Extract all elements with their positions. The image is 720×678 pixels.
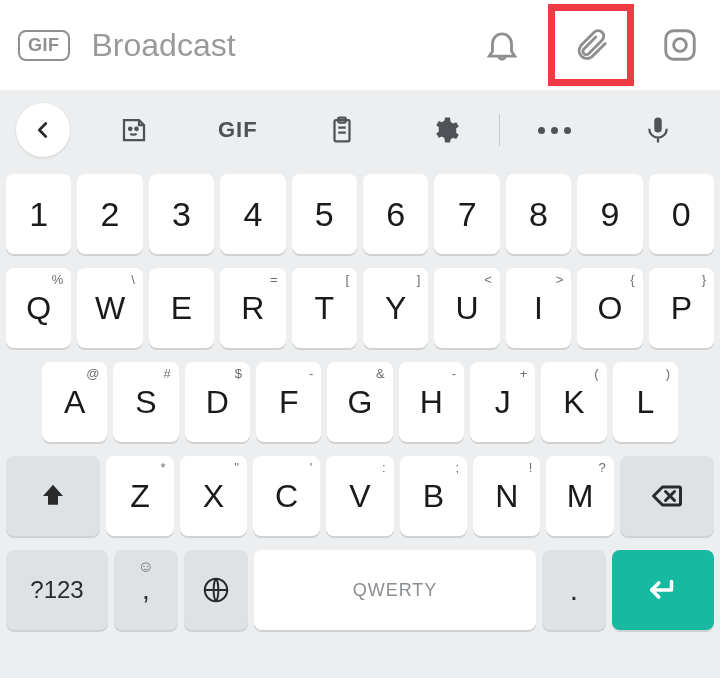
key-label: T [315,290,335,327]
key-u[interactable]: U< [434,268,499,348]
key-e[interactable]: E [149,268,214,348]
qwerty-row-3: Z*X"C'V:B;N!M? [6,456,714,536]
gear-icon[interactable] [393,102,497,158]
key-hint: = [270,272,278,287]
key-label: O [597,290,622,327]
key-v[interactable]: V: [326,456,393,536]
key-z[interactable]: Z* [106,456,173,536]
key-label: 5 [315,195,334,234]
key-label: D [206,384,229,421]
key-r[interactable]: R= [220,268,285,348]
key-label: N [495,478,518,515]
key-d[interactable]: D$ [185,362,250,442]
key-3[interactable]: 3 [149,174,214,254]
key-n[interactable]: N! [473,456,540,536]
key-hint: * [161,460,166,475]
svg-point-1 [674,39,687,52]
key-hint: > [556,272,564,287]
key-label: I [534,290,543,327]
key-label: G [348,384,373,421]
clipboard-icon[interactable] [290,102,394,158]
key-y[interactable]: Y] [363,268,428,348]
key-x[interactable]: X" [180,456,247,536]
space-key[interactable]: QWERTY [254,550,536,630]
key-t[interactable]: T[ [292,268,357,348]
key-5[interactable]: 5 [292,174,357,254]
key-j[interactable]: J+ [470,362,535,442]
svg-point-2 [129,128,132,131]
virtual-keyboard: GIF 1234567890 Q%W\ER=T[Y]U<I>O{P} A@S#D… [0,90,720,678]
key-label: 4 [243,195,262,234]
key-4[interactable]: 4 [220,174,285,254]
camera-icon[interactable] [658,23,702,67]
svg-rect-0 [666,31,695,60]
comma-key[interactable]: ☺ , [114,550,178,630]
svg-point-3 [135,128,138,131]
bell-icon[interactable] [480,23,524,67]
key-hint: ] [417,272,421,287]
keyboard-back-button[interactable] [16,103,70,157]
symbols-key[interactable]: ?123 [6,550,108,630]
key-a[interactable]: A@ [42,362,107,442]
key-hint: } [702,272,706,287]
key-m[interactable]: M? [546,456,613,536]
key-w[interactable]: W\ [77,268,142,348]
key-c[interactable]: C' [253,456,320,536]
gif-icon[interactable]: GIF [18,30,70,61]
key-i[interactable]: I> [506,268,571,348]
key-label: 7 [458,195,477,234]
emoji-icon: ☺ [138,558,154,576]
key-hint: ( [594,366,598,381]
key-hint: { [630,272,634,287]
enter-key[interactable] [612,550,714,630]
key-label: U [456,290,479,327]
key-p[interactable]: P} [649,268,714,348]
key-9[interactable]: 9 [577,174,642,254]
key-label: H [420,384,443,421]
key-g[interactable]: G& [327,362,392,442]
key-hint: - [452,366,456,381]
key-q[interactable]: Q% [6,268,71,348]
key-h[interactable]: H- [399,362,464,442]
paperclip-icon[interactable] [555,11,627,79]
key-label: V [349,478,370,515]
gif-button[interactable]: GIF [186,102,290,158]
key-hint: - [309,366,313,381]
key-hint: < [484,272,492,287]
microphone-icon[interactable] [606,102,710,158]
key-label: B [423,478,444,515]
period-key[interactable]: . [542,550,606,630]
key-6[interactable]: 6 [363,174,428,254]
key-b[interactable]: B; [400,456,467,536]
backspace-key[interactable] [620,456,714,536]
key-label: 2 [101,195,120,234]
key-8[interactable]: 8 [506,174,571,254]
key-label: X [203,478,224,515]
key-f[interactable]: F- [256,362,321,442]
key-1[interactable]: 1 [6,174,71,254]
key-0[interactable]: 0 [649,174,714,254]
language-key[interactable] [184,550,248,630]
key-o[interactable]: O{ [577,268,642,348]
message-input[interactable]: Broadcast [88,27,463,64]
key-label: E [171,290,192,327]
key-s[interactable]: S# [113,362,178,442]
key-label: F [279,384,299,421]
key-hint: $ [235,366,242,381]
key-hint: % [52,272,64,287]
attachment-highlight [548,4,634,86]
sticker-icon[interactable] [82,102,186,158]
key-hint: ? [598,460,605,475]
key-label: Q [26,290,51,327]
key-label: 9 [600,195,619,234]
key-hint: ' [310,460,312,475]
more-icon[interactable] [502,102,606,158]
key-hint: + [520,366,528,381]
key-l[interactable]: L) [613,362,678,442]
shift-key[interactable] [6,456,100,536]
key-k[interactable]: K( [541,362,606,442]
key-7[interactable]: 7 [434,174,499,254]
key-2[interactable]: 2 [77,174,142,254]
key-label: K [563,384,584,421]
key-label: L [636,384,654,421]
